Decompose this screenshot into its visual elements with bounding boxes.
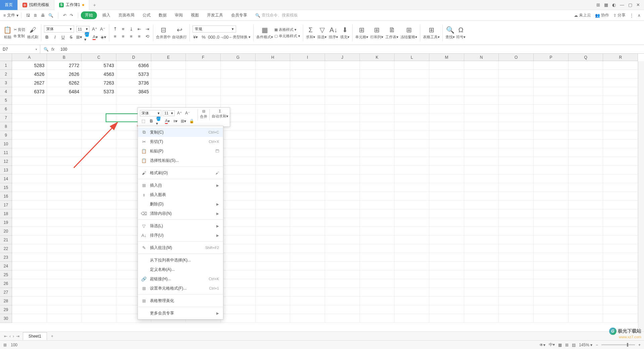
cell[interactable] — [464, 70, 499, 79]
cell[interactable] — [394, 183, 429, 192]
ctx-item[interactable]: ✎插入批注(M)Shift+F2 — [138, 243, 223, 252]
cell[interactable] — [47, 270, 82, 279]
row-header[interactable]: 18 — [0, 209, 12, 218]
mini-fill-icon[interactable]: 🪣▾ — [156, 118, 163, 124]
cell[interactable] — [394, 305, 429, 314]
tab-start[interactable]: 开始 — [81, 11, 97, 19]
cell[interactable] — [569, 183, 603, 192]
align-top-icon[interactable]: ⤒ — [112, 26, 118, 32]
ctx-item[interactable]: 从下拉列表中选择(K)... — [138, 255, 223, 265]
cell[interactable] — [429, 148, 464, 157]
cell[interactable] — [499, 105, 534, 113]
row-header[interactable]: 4 — [0, 87, 12, 96]
cell[interactable] — [360, 174, 395, 183]
cell[interactable] — [47, 314, 82, 323]
cell[interactable] — [569, 140, 603, 148]
cell[interactable] — [290, 148, 325, 157]
cell[interactable] — [290, 131, 325, 140]
row-header[interactable]: 3 — [0, 79, 12, 87]
cell[interactable] — [325, 218, 360, 227]
cell[interactable] — [603, 113, 638, 122]
col-header[interactable]: O — [499, 54, 534, 61]
cell[interactable] — [325, 183, 360, 192]
cell[interactable] — [47, 253, 82, 262]
cell[interactable] — [603, 61, 638, 70]
cell[interactable] — [12, 122, 47, 131]
cell[interactable] — [221, 96, 256, 105]
cell[interactable] — [47, 244, 82, 253]
formula-input[interactable]: 100 — [58, 47, 644, 52]
cell[interactable] — [290, 157, 325, 166]
col-header[interactable]: P — [534, 54, 569, 61]
ctx-item[interactable]: 更多会员专享▶ — [138, 308, 223, 318]
cell[interactable] — [12, 131, 47, 140]
cell[interactable] — [499, 279, 534, 288]
cell[interactable] — [429, 262, 464, 270]
cell[interactable] — [534, 192, 569, 201]
cell[interactable] — [464, 279, 499, 288]
cell[interactable] — [360, 288, 395, 297]
bold-button[interactable]: B — [44, 34, 50, 40]
cell[interactable] — [569, 61, 603, 70]
col-header[interactable]: M — [429, 54, 464, 61]
cells-area[interactable]: 5283277257436366452626264563537326276262… — [12, 61, 638, 349]
cell[interactable] — [256, 270, 290, 279]
cell[interactable]: 6373 — [12, 87, 47, 96]
cell[interactable] — [256, 192, 290, 201]
col-header[interactable]: J — [325, 54, 360, 61]
increase-font-icon[interactable]: A⁺ — [92, 26, 98, 32]
cell[interactable] — [82, 218, 116, 227]
zoom-value[interactable]: 145% ▾ — [579, 343, 592, 347]
cell[interactable] — [394, 166, 429, 174]
cell[interactable] — [499, 131, 534, 140]
cell[interactable] — [429, 314, 464, 323]
cell[interactable] — [464, 253, 499, 262]
cell[interactable] — [499, 79, 534, 87]
tab-workbook[interactable]: S工作簿1 — [54, 0, 89, 10]
find-button[interactable]: 🔍查找▾ — [445, 26, 455, 40]
cell[interactable] — [603, 174, 638, 183]
mini-color-icon[interactable]: A▾ — [164, 118, 171, 124]
cell[interactable] — [464, 87, 499, 96]
saveas-icon[interactable]: 🗎 — [34, 13, 38, 18]
cell[interactable] — [394, 79, 429, 87]
cell[interactable] — [47, 131, 82, 140]
row-header[interactable]: 17 — [0, 201, 12, 209]
cell[interactable] — [47, 166, 82, 174]
cell[interactable] — [290, 61, 325, 70]
cell[interactable]: 6262 — [47, 79, 82, 87]
cell[interactable] — [464, 314, 499, 323]
cell[interactable] — [569, 79, 603, 87]
cell[interactable] — [569, 253, 603, 262]
cell[interactable] — [325, 288, 360, 297]
cell[interactable] — [47, 105, 82, 113]
cell[interactable] — [429, 131, 464, 140]
cell[interactable] — [569, 122, 603, 131]
cell[interactable] — [464, 157, 499, 166]
table-style-button[interactable]: ▦ 表格样式▾ — [274, 27, 300, 32]
cell[interactable] — [569, 305, 603, 314]
cell[interactable] — [603, 253, 638, 262]
cell[interactable] — [464, 236, 499, 244]
copy-button[interactable]: ⧉ 复制 — [14, 34, 25, 39]
cell[interactable] — [82, 236, 116, 244]
cell[interactable] — [603, 201, 638, 209]
cell[interactable] — [429, 236, 464, 244]
currency-icon[interactable]: ¥▾ — [193, 34, 199, 40]
cell[interactable] — [603, 148, 638, 157]
cell[interactable] — [569, 105, 603, 113]
cell[interactable] — [47, 157, 82, 166]
cell[interactable] — [360, 122, 395, 131]
cell[interactable] — [256, 244, 290, 253]
fx-icon[interactable]: fx — [51, 47, 54, 52]
cell[interactable] — [325, 262, 360, 270]
cell[interactable] — [569, 87, 603, 96]
cell[interactable] — [256, 279, 290, 288]
cond-format-button[interactable]: ▦条件格式▾ — [256, 26, 273, 40]
mini-merge-button[interactable]: ⊟合并 — [200, 109, 207, 125]
number-format-select[interactable]: 常规▾ — [193, 26, 236, 33]
cell[interactable] — [12, 279, 47, 288]
row-header[interactable]: 8 — [0, 122, 12, 131]
next-sheet-icon[interactable]: › — [13, 334, 14, 339]
row-header[interactable]: 12 — [0, 157, 12, 166]
